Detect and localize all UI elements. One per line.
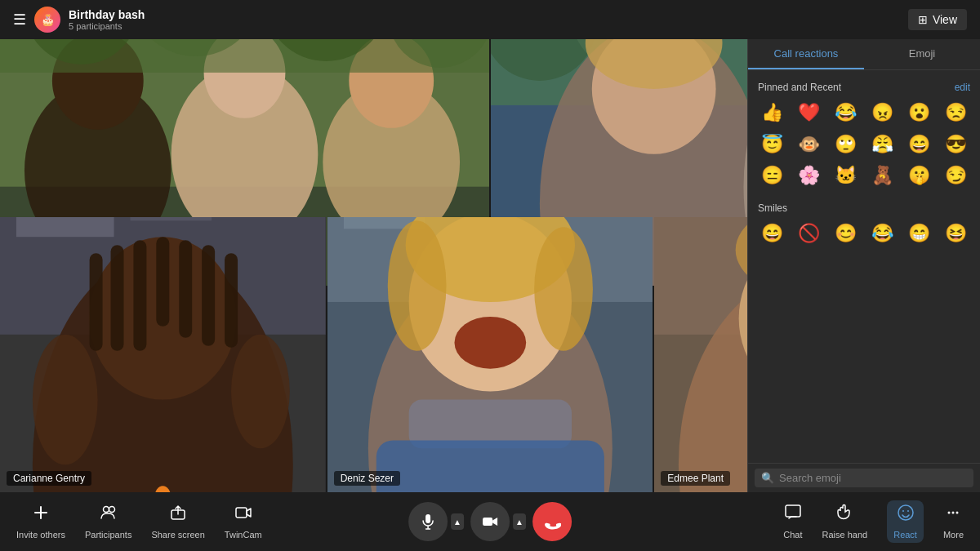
emoji-grin[interactable]: 😄 bbox=[902, 130, 937, 160]
toolbar-center: ▲ ▲ bbox=[408, 502, 572, 541]
search-input[interactable] bbox=[779, 472, 967, 484]
emoji-smile-6[interactable]: 😆 bbox=[938, 219, 973, 249]
emoji-angry[interactable]: 😠 bbox=[865, 98, 900, 128]
video-button[interactable] bbox=[470, 502, 510, 541]
svg-rect-65 bbox=[425, 514, 430, 523]
svg-point-71 bbox=[902, 510, 904, 512]
smiles-label: Smiles bbox=[758, 202, 787, 214]
svg-rect-54 bbox=[376, 440, 604, 492]
tab-call-reactions[interactable]: Call reactions bbox=[748, 39, 864, 69]
name-tag-edmee: Edmee Plant bbox=[661, 471, 730, 486]
emoji-monkey[interactable]: 🐵 bbox=[791, 130, 826, 160]
search-bar: 🔍 bbox=[748, 463, 980, 492]
grid-icon: ⊞ bbox=[918, 13, 928, 26]
call-title: Birthday bash 5 participants bbox=[69, 8, 145, 31]
view-button[interactable]: ⊞ View bbox=[908, 9, 967, 30]
pinned-recent-header: Pinned and Recent edit bbox=[755, 77, 973, 98]
raise-hand-button[interactable]: Raise hand bbox=[822, 504, 868, 540]
svg-rect-34 bbox=[156, 237, 169, 327]
invite-button[interactable]: Invite others bbox=[16, 504, 65, 540]
svg-point-50 bbox=[387, 220, 446, 350]
svg-point-73 bbox=[948, 512, 951, 514]
svg-rect-37 bbox=[225, 253, 238, 348]
emoji-smirk[interactable]: 😏 bbox=[938, 161, 973, 191]
pinned-emoji-grid: 👍 ❤️ 😂 😠 😮 😒 😇 🐵 🙄 😤 😄 😎 😑 🌸 🐱 🧸 🤫 😏 bbox=[755, 98, 973, 191]
invite-icon bbox=[32, 504, 50, 527]
participants-icon bbox=[100, 504, 118, 527]
emoji-smile-3[interactable]: 😊 bbox=[828, 219, 863, 249]
svg-point-75 bbox=[956, 512, 959, 514]
smiles-header: Smiles bbox=[755, 198, 973, 219]
participants-label: Participants bbox=[85, 530, 131, 540]
tab-emoji[interactable]: Emoji bbox=[864, 39, 980, 69]
emoji-heart[interactable]: ❤️ bbox=[791, 98, 826, 128]
emoji-smile-4[interactable]: 😂 bbox=[865, 219, 900, 249]
end-call-button[interactable] bbox=[532, 502, 572, 541]
toolbar-left: Invite others Participants Share screen bbox=[16, 504, 262, 540]
video-caret-button[interactable]: ▲ bbox=[513, 513, 526, 530]
more-button[interactable]: More bbox=[943, 504, 964, 540]
video-cell-deniz: Deniz Sezer bbox=[327, 217, 653, 493]
emoji-steam[interactable]: 😤 bbox=[865, 130, 900, 160]
emoji-bear[interactable]: 🧸 bbox=[865, 161, 900, 191]
svg-point-61 bbox=[103, 507, 109, 513]
svg-rect-69 bbox=[786, 505, 800, 517]
search-icon: 🔍 bbox=[761, 472, 774, 484]
twincam-button[interactable]: TwinCam bbox=[225, 504, 262, 540]
call-title-name: Birthday bash bbox=[69, 8, 145, 21]
chat-icon bbox=[784, 504, 802, 527]
mute-button[interactable] bbox=[408, 502, 448, 541]
svg-point-70 bbox=[898, 505, 913, 520]
svg-point-52 bbox=[454, 316, 526, 368]
edit-link[interactable]: edit bbox=[955, 82, 970, 93]
top-bar: ☰ 🎂 Birthday bash 5 participants ⊞ View bbox=[0, 0, 980, 39]
name-tag-deniz: Deniz Sezer bbox=[334, 471, 400, 486]
reactions-tabs: Call reactions Emoji bbox=[748, 39, 980, 70]
share-button[interactable]: Share screen bbox=[151, 504, 204, 540]
emoji-smile-5[interactable]: 😁 bbox=[902, 219, 937, 249]
emoji-eyeroll[interactable]: 🙄 bbox=[828, 130, 863, 160]
name-tag-carianne: Carianne Gentry bbox=[7, 471, 91, 486]
svg-rect-64 bbox=[236, 508, 247, 518]
emoji-laugh[interactable]: 😂 bbox=[828, 98, 863, 128]
twincam-label: TwinCam bbox=[225, 530, 262, 540]
react-button[interactable]: React bbox=[887, 500, 924, 543]
video-bg-carianne bbox=[0, 217, 326, 493]
mute-caret-button[interactable]: ▲ bbox=[451, 513, 464, 530]
svg-rect-68 bbox=[483, 518, 492, 526]
pinned-recent-label: Pinned and Recent bbox=[758, 82, 841, 93]
svg-rect-36 bbox=[202, 245, 215, 346]
smiles-emoji-grid: 😄 🚫 😊 😂 😁 😆 bbox=[755, 219, 973, 249]
svg-rect-31 bbox=[90, 253, 103, 351]
menu-icon[interactable]: ☰ bbox=[13, 11, 26, 29]
bottom-toolbar: Invite others Participants Share screen bbox=[0, 492, 980, 551]
emoji-innocent[interactable]: 😇 bbox=[755, 130, 790, 160]
emoji-flower[interactable]: 🌸 bbox=[791, 161, 826, 191]
emoji-thumbsup[interactable]: 👍 bbox=[755, 98, 790, 128]
toolbar-right: Chat Raise hand React bbox=[783, 500, 964, 543]
participants-button[interactable]: Participants bbox=[85, 504, 131, 540]
emoji-cat[interactable]: 🐱 bbox=[828, 161, 863, 191]
emoji-smile-2[interactable]: 🚫 bbox=[791, 219, 826, 249]
svg-rect-35 bbox=[179, 240, 192, 338]
share-icon bbox=[169, 504, 187, 527]
emoji-sunglasses[interactable]: 😎 bbox=[938, 130, 973, 160]
view-label: View bbox=[933, 13, 957, 26]
emoji-expressionless[interactable]: 😑 bbox=[755, 161, 790, 191]
carianne-video-content bbox=[0, 217, 326, 493]
video-bg-deniz bbox=[327, 217, 653, 493]
raise-hand-label: Raise hand bbox=[822, 530, 868, 540]
share-label: Share screen bbox=[151, 530, 204, 540]
search-input-wrap: 🔍 bbox=[755, 469, 973, 487]
svg-rect-27 bbox=[16, 217, 114, 237]
emoji-wow[interactable]: 😮 bbox=[902, 98, 937, 128]
video-cell-carianne: Carianne Gentry bbox=[0, 217, 326, 493]
chat-label: Chat bbox=[783, 530, 802, 540]
emoji-shush[interactable]: 🤫 bbox=[902, 161, 937, 191]
react-label: React bbox=[893, 530, 917, 540]
emoji-unamused[interactable]: 😒 bbox=[938, 98, 973, 128]
more-label: More bbox=[943, 530, 964, 540]
emoji-smile-1[interactable]: 😄 bbox=[755, 219, 790, 249]
svg-rect-32 bbox=[111, 245, 124, 351]
chat-button[interactable]: Chat bbox=[783, 504, 802, 540]
